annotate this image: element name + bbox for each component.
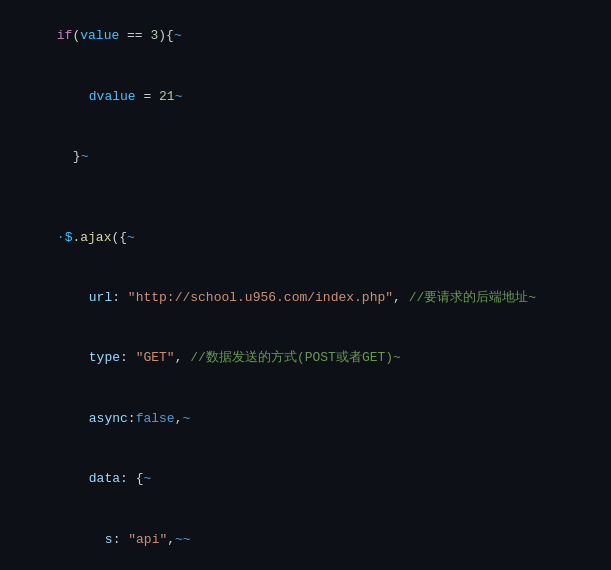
code-line: ·$.ajax({~ bbox=[0, 207, 611, 267]
code-line bbox=[0, 187, 611, 207]
code-line: type: "GET", //数据发送的方式(POST或者GET)~ bbox=[0, 328, 611, 388]
code-line: async:false,~ bbox=[0, 389, 611, 449]
code-line: }~ bbox=[0, 127, 611, 187]
code-line: data: {~ bbox=[0, 449, 611, 509]
code-line: if(value == 3){~ bbox=[0, 6, 611, 66]
code-editor: if(value == 3){~ dvalue = 21~ }~ ·$.ajax… bbox=[0, 0, 611, 570]
code-line: url: "http://school.u956.com/index.php",… bbox=[0, 268, 611, 328]
code-line: s: "api",~~ bbox=[0, 510, 611, 570]
code-line: dvalue = 21~ bbox=[0, 66, 611, 126]
